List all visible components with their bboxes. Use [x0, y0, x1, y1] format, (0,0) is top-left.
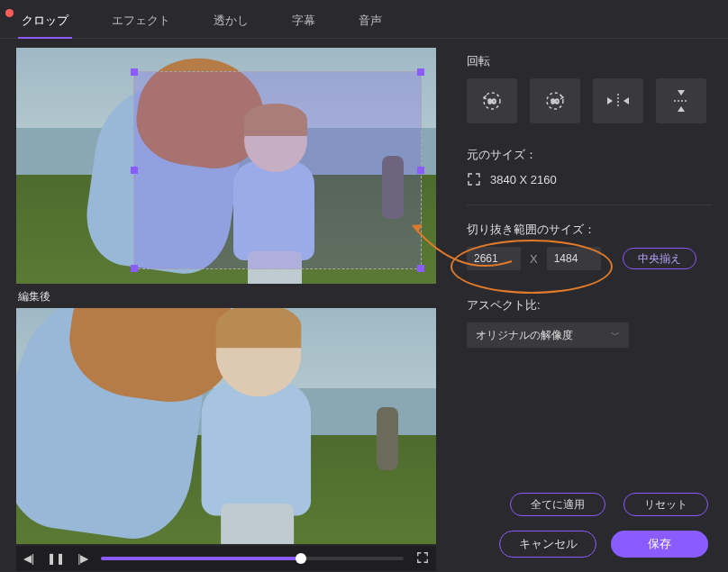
- tab-watermark[interactable]: 透かし: [210, 7, 252, 38]
- timeline-slider[interactable]: [101, 557, 404, 560]
- save-button[interactable]: 保存: [611, 531, 708, 558]
- chevron-down-icon: ﹀: [611, 329, 620, 341]
- expand-icon: [467, 172, 481, 186]
- crop-size-label: 切り抜き範囲のサイズ：: [467, 222, 712, 238]
- reset-button[interactable]: リセット: [623, 493, 708, 516]
- crop-preview[interactable]: [16, 48, 436, 284]
- original-size-label: 元のサイズ：: [467, 147, 712, 163]
- svg-text:90: 90: [551, 97, 560, 105]
- crop-handle-tr[interactable]: [417, 68, 424, 76]
- aspect-ratio-select[interactable]: オリジナルの解像度 ﹀: [467, 322, 629, 348]
- tab-subtitle[interactable]: 字幕: [288, 7, 319, 38]
- apply-all-button[interactable]: 全てに適用: [510, 493, 605, 516]
- flip-vertical-button[interactable]: [656, 78, 706, 123]
- playback-controls: ◀| ❚❚ |▶: [16, 546, 436, 571]
- flip-horizontal-button[interactable]: [593, 78, 643, 123]
- crop-handle-tl[interactable]: [131, 68, 138, 76]
- crop-handle-bl[interactable]: [131, 265, 138, 272]
- center-align-button[interactable]: 中央揃え: [623, 248, 696, 269]
- pause-button[interactable]: ❚❚: [47, 552, 65, 565]
- next-frame-button[interactable]: |▶: [77, 552, 88, 565]
- svg-text:90: 90: [488, 97, 496, 105]
- tab-crop[interactable]: クロップ: [18, 7, 72, 38]
- prev-frame-button[interactable]: ◀|: [23, 552, 34, 565]
- cancel-button[interactable]: キャンセル: [499, 531, 596, 558]
- crop-rectangle[interactable]: [133, 71, 422, 269]
- crop-height-input[interactable]: [547, 247, 601, 270]
- crop-width-input[interactable]: [467, 247, 521, 270]
- crop-handle-l[interactable]: [131, 167, 138, 174]
- aspect-ratio-value: オリジナルの解像度: [476, 328, 573, 343]
- after-preview: [16, 308, 436, 544]
- crop-handle-br[interactable]: [417, 265, 424, 272]
- crop-handle-r[interactable]: [417, 167, 424, 174]
- rotate-cw-button[interactable]: 90: [530, 78, 580, 123]
- original-size-value: 3840 X 2160: [490, 173, 557, 186]
- tab-bar: クロップ エフェクト 透かし 字幕 音声: [0, 0, 728, 39]
- x-separator: X: [526, 252, 541, 266]
- rotate-label: 回転: [467, 53, 712, 69]
- aspect-ratio-label: アスペクト比:: [467, 297, 712, 313]
- rotate-ccw-button[interactable]: 90: [467, 78, 517, 123]
- tab-audio[interactable]: 音声: [355, 7, 386, 38]
- tab-effect[interactable]: エフェクト: [108, 7, 174, 38]
- fullscreen-button[interactable]: [416, 551, 429, 567]
- after-label: 編集後: [18, 289, 440, 304]
